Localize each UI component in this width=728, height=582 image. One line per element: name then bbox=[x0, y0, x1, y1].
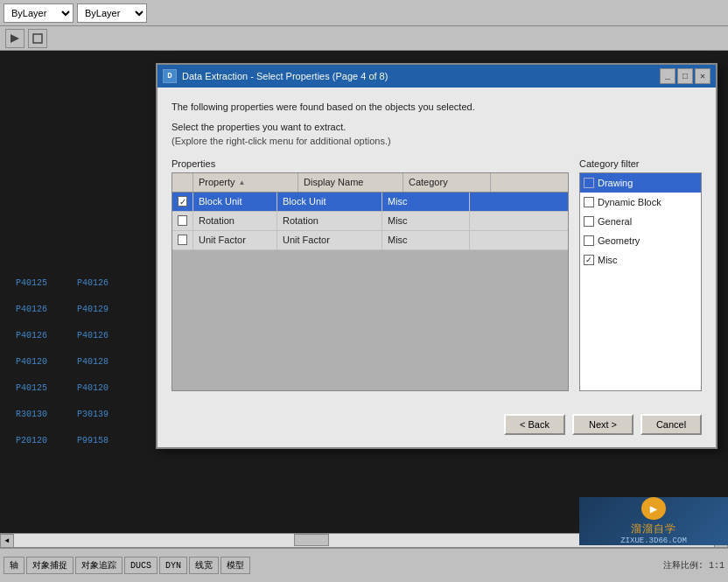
category-item-label: Drawing bbox=[598, 178, 633, 188]
back-button[interactable]: < Back bbox=[504, 414, 565, 435]
category-item[interactable]: Dynamic Block bbox=[580, 193, 701, 212]
category-checkbox-icon bbox=[584, 235, 594, 246]
th-displayname[interactable]: Display Name bbox=[298, 173, 403, 192]
row-category: Misc bbox=[382, 193, 470, 211]
dialog-overlay: D Data Extraction - Select Properties (P… bbox=[0, 0, 728, 582]
next-button[interactable]: Next > bbox=[572, 414, 634, 435]
dialog-footer: < Back Next > Cancel bbox=[158, 403, 716, 447]
th-property[interactable]: Property ▲ bbox=[193, 173, 298, 192]
dialog-titlebar: D Data Extraction - Select Properties (P… bbox=[158, 65, 716, 88]
th-category[interactable]: Category bbox=[403, 173, 491, 192]
category-checkbox-icon bbox=[584, 216, 594, 227]
row-checkbox[interactable]: ✓ bbox=[172, 193, 193, 211]
row-property: Unit Factor bbox=[193, 231, 277, 249]
category-checkbox-icon: ✓ bbox=[584, 255, 594, 265]
row-checkbox[interactable] bbox=[172, 231, 193, 249]
row-property: Rotation bbox=[193, 212, 277, 230]
category-item-label: Misc bbox=[598, 255, 618, 265]
data-extraction-dialog: D Data Extraction - Select Properties (P… bbox=[156, 63, 718, 449]
category-item[interactable]: Geometry bbox=[580, 231, 701, 250]
dialog-content: Properties Property ▲ Display Name bbox=[172, 158, 702, 391]
category-item[interactable]: Drawing bbox=[580, 173, 701, 193]
th-checkbox bbox=[172, 173, 193, 192]
row-category: Misc bbox=[382, 231, 470, 249]
checkbox-icon bbox=[178, 215, 187, 226]
cancel-button[interactable]: Cancel bbox=[640, 414, 702, 435]
category-item[interactable]: ✓Misc bbox=[580, 250, 701, 270]
table-row[interactable]: Unit FactorUnit FactorMisc bbox=[172, 231, 568, 250]
table-row[interactable]: RotationRotationMisc bbox=[172, 212, 568, 231]
dialog-body: The following properties were found base… bbox=[158, 88, 716, 403]
row-property: Block Unit bbox=[193, 193, 277, 211]
properties-section: Properties Property ▲ Display Name bbox=[172, 158, 569, 391]
table-empty-area bbox=[172, 250, 568, 390]
dialog-controls: _ □ ✕ bbox=[660, 68, 710, 84]
row-display-name: Block Unit bbox=[277, 193, 382, 211]
row-display-name: Rotation bbox=[277, 212, 382, 230]
category-item-label: General bbox=[598, 216, 632, 227]
dialog-sub-instruction: (Explore the right-click menu for additi… bbox=[172, 136, 702, 146]
table-header: Property ▲ Display Name Category bbox=[172, 173, 568, 193]
checkbox-icon bbox=[178, 235, 187, 245]
table-row[interactable]: ✓Block UnitBlock UnitMisc bbox=[172, 193, 568, 212]
minimize-button[interactable]: _ bbox=[660, 68, 676, 84]
properties-table: Property ▲ Display Name Category bbox=[172, 172, 569, 391]
properties-label: Properties bbox=[172, 158, 569, 169]
category-filter-label: Category filter bbox=[579, 158, 702, 169]
category-filter-box: DrawingDynamic BlockGeneralGeometry✓Misc bbox=[579, 172, 702, 391]
category-item[interactable]: General bbox=[580, 212, 701, 231]
dialog-instruction: Select the properties you want to extrac… bbox=[172, 122, 702, 132]
category-checkbox-icon bbox=[584, 178, 594, 188]
dialog-title-icon: D bbox=[163, 69, 177, 83]
dialog-title: Data Extraction - Select Properties (Pag… bbox=[182, 71, 654, 81]
sort-arrow-icon: ▲ bbox=[239, 179, 246, 186]
category-section: Category filter DrawingDynamic BlockGene… bbox=[579, 158, 702, 391]
table-body: ✓Block UnitBlock UnitMiscRotationRotatio… bbox=[172, 193, 568, 390]
checkbox-icon: ✓ bbox=[178, 196, 187, 207]
close-button[interactable]: ✕ bbox=[695, 68, 710, 84]
row-checkbox[interactable] bbox=[172, 212, 193, 230]
dialog-description: The following properties were found base… bbox=[172, 100, 702, 115]
row-display-name: Unit Factor bbox=[277, 231, 382, 249]
row-category: Misc bbox=[382, 212, 470, 230]
category-item-label: Dynamic Block bbox=[598, 197, 662, 207]
category-item-label: Geometry bbox=[598, 235, 640, 246]
maximize-button[interactable]: □ bbox=[677, 68, 693, 84]
category-checkbox-icon bbox=[584, 197, 594, 207]
